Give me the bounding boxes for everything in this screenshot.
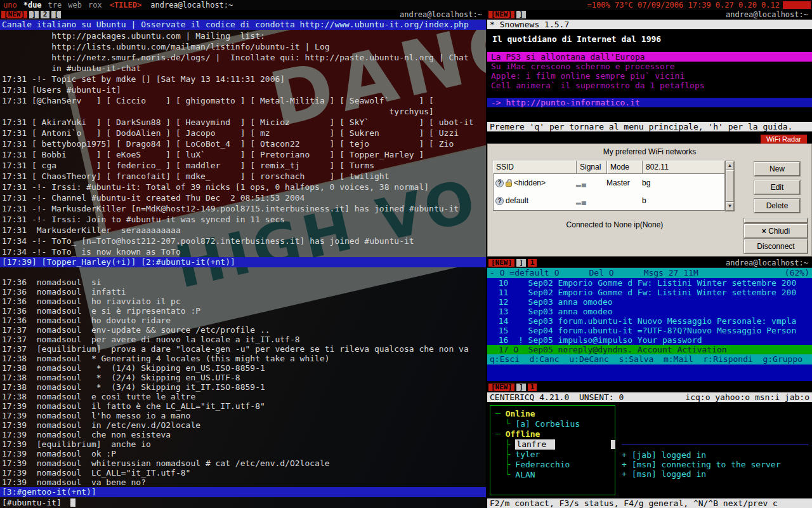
snownews-titlebar[interactable]: [NEW]] andrea@localhost:~	[487, 10, 812, 20]
close-button[interactable]: × Chiudi	[744, 224, 808, 238]
disconnect-button[interactable]: Disconnect	[744, 239, 808, 253]
column-header[interactable]: SSID	[493, 161, 577, 174]
chat-line: 17:39 [equilibrium] anche io	[2, 439, 484, 449]
scroll-up-icon[interactable]: ▲	[726, 161, 734, 170]
table-scrollbar[interactable]: ▲ ▼	[725, 161, 735, 211]
feed-item[interactable]: La PS3 si allontana dall'Europa	[487, 52, 812, 62]
mail-row[interactable]: 13 Sep03 anna omodeo	[487, 307, 812, 316]
tree-branch-icon: ─	[495, 409, 506, 419]
mail-row[interactable]: 17 O Sep05 noreply@dyndns. Account Activ…	[487, 345, 812, 354]
mail-row[interactable]: 14 Sep03 forum.ubuntu-it Nuovo Messaggio…	[487, 316, 812, 326]
frame-tag[interactable]: [NEW]	[488, 11, 514, 18]
workspace-tab[interactable]: tre	[45, 1, 65, 10]
irc-topic-bar: Canale italiano su Ubuntu | Osservate il…	[0, 20, 486, 30]
centericq-window: CENTERICQ 4.21.0 UNSENT: 0 icq:o yahoo:o…	[487, 392, 812, 508]
workspace-tab[interactable]: *due	[20, 1, 45, 10]
chat-line: 17:39 nomadsoul LC_ALL="it_IT.utf-8"	[2, 468, 484, 478]
mutt-frame-tags: [NEW]]1	[487, 258, 537, 267]
mutt-help-bar: q:Esci d:Canc u:DeCanc s:Salva m:Mail r:…	[487, 354, 812, 364]
workspace-tab[interactable]: uno	[0, 1, 20, 10]
chat-line: http://netz.smurf.noris.de/logs/ | Incol…	[2, 52, 484, 63]
network-row[interactable]: ?<hidden>▂▄Masterbg	[494, 174, 724, 192]
contact-label: Online	[506, 409, 535, 419]
mutt-key-hints: q:Esci d:Canc u:DeCanc s:Salva m:Mail r:…	[490, 354, 802, 364]
irc-statusbar-2: [3:#gentoo-it(+nt)]	[0, 487, 486, 497]
frame-tag[interactable]: 1	[528, 259, 537, 267]
contact-row[interactable]: └ ALAN	[495, 470, 615, 480]
frame-tag[interactable]: ]	[516, 259, 526, 267]
column-header[interactable]: 802.11	[643, 161, 725, 174]
selection-cursor	[611, 440, 615, 449]
tree-branch-icon: └	[495, 470, 515, 480]
feed-item[interactable]: Cell animera` il supermostro da 1 petafl…	[487, 81, 812, 90]
wifi-action-buttons: New Edit Delete	[754, 162, 800, 213]
contact-row[interactable]: ─ Online	[495, 409, 615, 419]
contact-label: Offline	[506, 429, 540, 439]
icq-frame-tags: [NEW]]1	[487, 383, 537, 392]
delete-button[interactable]: Delete	[754, 199, 800, 213]
tree-branch-icon: ├	[495, 439, 515, 450]
text-cursor	[70, 498, 75, 507]
frame-tag[interactable]: ]	[516, 11, 526, 18]
help-icon: ?	[495, 197, 504, 205]
wifi-radar-tab[interactable]: WiFi Radar	[761, 135, 807, 144]
frame-tag[interactable]: [NEW]	[1, 11, 27, 18]
scrollbar-thumb[interactable]	[726, 170, 734, 202]
edit-button[interactable]: Edit	[754, 180, 800, 194]
event-line: + [jab] logged in	[622, 450, 808, 460]
chat-line: 17:36 nomadsoul ho dovuto ridare	[2, 316, 484, 325]
irc-input-line[interactable]: [#ubuntu-it]	[0, 497, 486, 508]
mail-row[interactable]: 16 ! Sep05 impulso@impulso Your password	[487, 335, 812, 345]
frame-tag[interactable]: [NEW]	[488, 259, 514, 267]
frame-tag[interactable]: [	[51, 11, 61, 18]
scroll-down-icon[interactable]: ▼	[726, 202, 734, 211]
irc-titlebar[interactable]: [NEW]]2[ andrea@localhost:~	[0, 10, 486, 20]
network-row[interactable]: ?default▂▄b	[494, 192, 724, 210]
contact-list-panel: ─ Online └ [a] Corbelius─ Offline ├ lanf…	[490, 405, 615, 495]
event-line: + [msn] logged in	[622, 469, 808, 479]
chat-line: http://lists.ubuntu.com/mailman/listinfo…	[2, 41, 484, 52]
centericq-version-label: CENTERICQ 4.21.0 UNSENT: 0	[490, 392, 624, 402]
window-title: andrea@localhost:~	[726, 258, 812, 267]
contact-row[interactable]: ├ tyler	[495, 450, 615, 460]
frame-tag[interactable]: 1	[528, 384, 537, 391]
feed-item[interactable]: Su iMac crescono schermo e processore	[487, 62, 812, 71]
frame-tag[interactable]: [NEW]	[488, 384, 514, 391]
mailbox-percent: (62%)	[785, 268, 809, 278]
chat-line: 17:31 [ Antoni`o ] [ DodoAlien ] [ Jacop…	[2, 128, 484, 138]
feed-item[interactable]: -> http://punto-informatico.it	[487, 98, 812, 107]
close-icon: ×	[762, 227, 766, 236]
mutt-status-bar: - O =default O Del O Msgs 27 11M (62%)	[487, 268, 812, 278]
root-host-label: andrea@localhost:~	[146, 0, 237, 10]
obscured-button[interactable]	[744, 218, 808, 223]
frame-tag[interactable]: ]	[516, 384, 526, 391]
lock-icon	[506, 182, 512, 187]
wifi-bottom-buttons: × Chiudi Disconnect	[744, 218, 808, 253]
frame-tag[interactable]: 2	[41, 11, 50, 18]
mail-row[interactable]: 10 Sep02 Emporio Gomme d Fw: Listini Win…	[487, 278, 812, 288]
column-header[interactable]: Signal	[577, 161, 607, 174]
snownews-app-title: * Snownews 1.5.7	[487, 20, 812, 29]
contact-row[interactable]: └ [a] Corbelius	[495, 419, 615, 429]
mail-row[interactable]: 12 Sep03 anna omodeo	[487, 297, 812, 307]
mail-row[interactable]: 15 Sep04 forum.ubuntu-it =?UTF-8?Q?Nuovo…	[487, 326, 812, 335]
new-button[interactable]: New	[754, 162, 800, 176]
centericq-titlebar[interactable]: [NEW]]1	[487, 383, 812, 392]
column-header[interactable]: Mode	[607, 161, 643, 174]
chat-line: 17:31 [ cga ] [ federico_ ] [ maddler ] …	[2, 160, 484, 171]
irc-window: [NEW]]2[ andrea@localhost:~ DANG HIGH VO…	[0, 10, 486, 508]
help-icon: ?	[495, 179, 504, 187]
feed-item[interactable]: Apple: i film online sempre piu` vicini	[487, 71, 812, 81]
feed-title: Il quotidiano di Internet dal 1996	[487, 34, 812, 44]
mail-row[interactable]: 11 Sep02 Emporio Gomme d Fw: Listini Win…	[487, 288, 812, 297]
chat-line: 17:31 [ AkiraYuki ] [ DarkSun88 ] [ Heav…	[2, 117, 484, 128]
contact-row[interactable]: ├ lanfre	[495, 439, 615, 450]
workspace-tab[interactable]: web	[65, 1, 85, 10]
workspace-tab[interactable]: rox	[85, 1, 105, 10]
mutt-titlebar[interactable]: [NEW]]1 andrea@localhost:~	[487, 258, 812, 268]
contact-row[interactable]: ├ Federacchio	[495, 460, 615, 470]
frame-tag[interactable]: ]	[29, 11, 39, 18]
chat-line: 17:36 nomadsoul infatti	[2, 287, 484, 297]
contact-row[interactable]: ─ Offline	[495, 429, 615, 439]
chat-line: 17:36 nomadsoul si	[2, 277, 484, 287]
